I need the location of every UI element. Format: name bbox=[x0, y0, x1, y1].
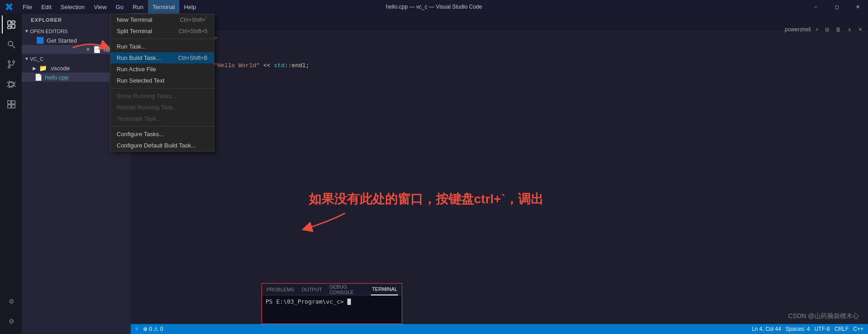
panel-tab-output[interactable]: OUTPUT bbox=[301, 284, 323, 295]
terminal-dropdown-menu: New Terminal Ctrl+Shift+` Split Terminal… bbox=[110, 14, 214, 152]
separator-2 bbox=[110, 88, 214, 88]
svg-line-15 bbox=[14, 86, 16, 87]
menu-split-terminal[interactable]: Split Terminal Ctrl+Shift+5 bbox=[110, 25, 214, 37]
search-icon[interactable] bbox=[2, 35, 20, 54]
menu-help[interactable]: Help bbox=[179, 0, 201, 14]
status-right: Ln 4, Col 44 Spaces: 4 UTF-8 CRLF C++ bbox=[752, 326, 863, 332]
split-terminal-button[interactable]: ⊞ bbox=[823, 25, 831, 34]
menu-go[interactable]: Go bbox=[111, 0, 128, 14]
status-bar: ⑂ ⊗ 0 ⚠ 0 Ln 4, Col 44 Spaces: 4 UTF-8 C… bbox=[131, 324, 868, 334]
get-started-label: Get Started bbox=[47, 37, 77, 44]
editor-line-3: 3 int main(){ bbox=[135, 52, 868, 61]
editor-line-5: 5 } bbox=[135, 70, 868, 79]
chevron-down-icon-vc: ▾ bbox=[25, 56, 28, 62]
source-control-icon[interactable] bbox=[2, 55, 20, 74]
menu-restart-running-task: Restart Running Task... bbox=[110, 102, 214, 113]
svg-rect-1 bbox=[12, 21, 15, 23]
encoding: UTF-8 bbox=[814, 326, 830, 332]
watermark: CSDN @山药脑袋檀木心 bbox=[788, 312, 859, 320]
svg-rect-16 bbox=[8, 101, 11, 104]
editor-line-2: 2 bbox=[135, 43, 868, 52]
menu-terminal[interactable]: Terminal bbox=[148, 0, 179, 14]
errors-count: ⊗ 0 ⚠ 0 bbox=[143, 326, 163, 332]
spaces: Spaces: 4 bbox=[786, 326, 810, 332]
panel-maximize-button[interactable]: ∧ bbox=[846, 25, 853, 34]
menu-run-active-file[interactable]: Run Active File bbox=[110, 64, 214, 75]
window-controls: − ◻ ✕ bbox=[805, 0, 868, 14]
remote-icon[interactable]: ⚙ bbox=[2, 292, 20, 310]
add-terminal-button[interactable]: + bbox=[814, 25, 820, 34]
bottom-panel: PROBLEMS OUTPUT DEBUG CONSOLE TERMINAL P… bbox=[261, 283, 402, 324]
window-title: hello.cpp — vc_c — Visual Studio Code bbox=[386, 4, 482, 10]
close-file-icon[interactable]: ✕ bbox=[86, 46, 90, 53]
explorer-icon[interactable] bbox=[2, 15, 20, 34]
vscode-folder-label: .vscode bbox=[49, 65, 70, 72]
hello-cpp-file-icon: 📄 bbox=[93, 46, 101, 53]
menu-file[interactable]: File bbox=[18, 0, 37, 14]
language-mode: C++ bbox=[853, 326, 863, 332]
menu-run-selected-text[interactable]: Run Selected Text bbox=[110, 75, 214, 86]
menu-terminate-task: Terminate Task... bbox=[110, 113, 214, 124]
editor-content[interactable]: 1 #include<iostream> 2 3 int main(){ 4 s… bbox=[131, 29, 868, 334]
menu-configure-default-build-task[interactable]: Configure Default Build Task... bbox=[110, 140, 214, 151]
titlebar: File Edit Selection View Go Run Terminal… bbox=[0, 0, 868, 14]
svg-rect-3 bbox=[8, 26, 11, 29]
menu-run-task[interactable]: Run Task... bbox=[110, 41, 214, 52]
panel-tab-problems[interactable]: PROBLEMS bbox=[266, 284, 295, 295]
line-endings: CRLF bbox=[834, 326, 848, 332]
restore-button[interactable]: ◻ bbox=[826, 0, 847, 14]
svg-rect-17 bbox=[12, 101, 15, 104]
menu-run-build-task[interactable]: Run Build Task... Ctrl+Shift+B bbox=[110, 52, 214, 64]
get-started-file-icon: 🟦 bbox=[36, 37, 44, 44]
hello-cpp-label: hello.cpp bbox=[45, 74, 69, 81]
activity-bar-bottom: ⚙ ⚙ bbox=[2, 292, 20, 334]
vc-c-label: VC_C bbox=[30, 56, 43, 62]
panel-right-controls: powershell + ⊞ 🗑 ∧ ✕ bbox=[785, 24, 864, 35]
svg-line-14 bbox=[14, 82, 16, 83]
svg-point-8 bbox=[8, 66, 10, 68]
svg-rect-2 bbox=[12, 25, 15, 28]
chevron-down-icon: ▾ bbox=[25, 28, 28, 34]
menu-show-running-tasks: Show Running Tasks... bbox=[110, 90, 214, 102]
menu-view[interactable]: View bbox=[89, 0, 111, 14]
menu-selection[interactable]: Selection bbox=[56, 0, 89, 14]
debug-icon[interactable] bbox=[2, 75, 20, 93]
svg-point-4 bbox=[8, 41, 13, 46]
menu-new-terminal[interactable]: New Terminal Ctrl+Shift+` bbox=[110, 14, 214, 25]
cursor-position: Ln 4, Col 44 bbox=[752, 326, 781, 332]
panel-tab-debug-console[interactable]: DEBUG CONSOLE bbox=[328, 284, 365, 295]
activity-bar: ⚙ ⚙ bbox=[0, 14, 22, 334]
status-left: ⑂ ⊗ 0 ⚠ 0 bbox=[135, 326, 163, 332]
panel-close-button[interactable]: ✕ bbox=[856, 25, 864, 34]
menu-run[interactable]: Run bbox=[128, 0, 148, 14]
editor-line-1: 1 #include<iostream> bbox=[135, 34, 868, 43]
hello-cpp-icon: 📄 bbox=[35, 74, 42, 81]
editor-line-6: 6 bbox=[135, 79, 868, 88]
svg-rect-0 bbox=[8, 21, 11, 25]
menu-edit[interactable]: Edit bbox=[37, 0, 56, 14]
terminal-content[interactable]: PS E:\03_Program\vc_c> bbox=[262, 295, 402, 308]
tab-bar: hello.cpp ✕ bbox=[131, 14, 868, 29]
minimize-button[interactable]: − bbox=[805, 0, 826, 14]
svg-point-6 bbox=[8, 61, 10, 63]
menu-bar: File Edit Selection View Go Run Terminal… bbox=[0, 0, 201, 14]
close-button[interactable]: ✕ bbox=[847, 0, 868, 14]
powershell-label: powershell bbox=[785, 26, 811, 33]
open-editors-label: OPEN EDITORS bbox=[30, 29, 68, 34]
menu-configure-tasks[interactable]: Configure Tasks... bbox=[110, 128, 214, 140]
svg-rect-19 bbox=[12, 105, 15, 108]
settings-icon[interactable]: ⚙ bbox=[2, 312, 20, 330]
separator-3 bbox=[110, 126, 214, 127]
panel-tab-bar: PROBLEMS OUTPUT DEBUG CONSOLE TERMINAL bbox=[262, 284, 402, 295]
trash-terminal-button[interactable]: 🗑 bbox=[834, 25, 843, 34]
editor-line-4: 4 std::cout << "Hello World" << std::end… bbox=[135, 61, 868, 70]
extensions-icon[interactable] bbox=[2, 95, 20, 113]
branch-icon: ⑂ bbox=[135, 326, 138, 332]
svg-rect-18 bbox=[8, 105, 11, 108]
svg-line-5 bbox=[12, 45, 15, 48]
editor-area: hello.cpp ✕ 1 #include<iostream> 2 3 int… bbox=[131, 14, 868, 334]
svg-line-13 bbox=[7, 86, 9, 87]
panel-tab-terminal[interactable]: TERMINAL bbox=[371, 284, 398, 295]
separator-1 bbox=[110, 39, 214, 39]
chevron-right-icon: ▶ bbox=[33, 66, 36, 71]
